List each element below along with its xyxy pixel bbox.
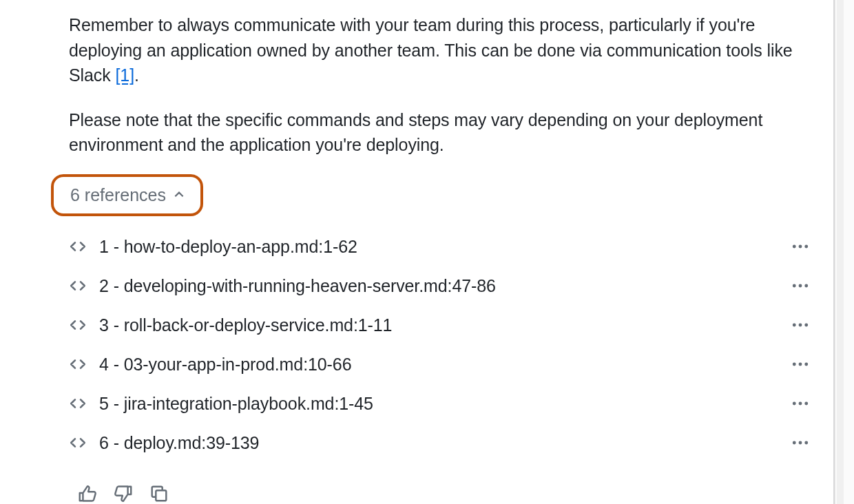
- more-icon[interactable]: [791, 433, 810, 452]
- chat-response-panel: Remember to always communicate with your…: [10, 0, 835, 504]
- reference-item[interactable]: 3 - roll-back-or-deploy-service.md:1-11: [69, 306, 821, 345]
- code-icon: [69, 316, 87, 334]
- references-toggle[interactable]: 6 references: [51, 174, 203, 216]
- feedback-bar: [69, 483, 821, 504]
- more-icon[interactable]: [791, 355, 810, 374]
- references-toggle-label: 6 references: [70, 185, 166, 205]
- more-icon[interactable]: [791, 315, 810, 335]
- reference-label: 5 - jira-integration-playbook.md:1-45: [99, 394, 373, 414]
- reference-item[interactable]: 4 - 03-your-app-in-prod.md:10-66: [69, 345, 821, 384]
- svg-point-6: [793, 324, 796, 327]
- paragraph-text-tail: .: [134, 65, 139, 85]
- svg-point-8: [804, 324, 808, 327]
- paragraph-text: Remember to always communicate with your…: [69, 15, 793, 85]
- copy-icon[interactable]: [149, 483, 169, 504]
- code-icon: [69, 355, 87, 373]
- code-icon: [69, 277, 87, 295]
- scrollbar-track[interactable]: [835, 0, 854, 504]
- svg-point-5: [804, 284, 808, 288]
- svg-point-12: [793, 402, 796, 406]
- svg-point-14: [804, 402, 808, 406]
- thumbs-down-icon[interactable]: [113, 483, 134, 504]
- svg-point-7: [799, 324, 802, 327]
- reference-label: 4 - 03-your-app-in-prod.md:10-66: [99, 355, 351, 375]
- svg-point-0: [793, 245, 796, 249]
- panel-left-edge: [0, 0, 10, 504]
- chevron-up-icon: [173, 189, 185, 201]
- svg-point-2: [804, 245, 808, 249]
- svg-point-9: [793, 363, 796, 366]
- svg-point-16: [799, 441, 802, 445]
- svg-point-4: [799, 284, 802, 288]
- code-icon: [69, 238, 87, 255]
- svg-point-15: [793, 441, 796, 445]
- svg-point-1: [799, 245, 802, 249]
- svg-point-17: [804, 441, 808, 445]
- more-icon[interactable]: [791, 394, 810, 413]
- code-icon: [69, 395, 87, 412]
- citation-link-1[interactable]: [1]: [115, 65, 134, 85]
- thumbs-up-icon[interactable]: [77, 483, 98, 504]
- code-icon: [69, 434, 87, 452]
- response-paragraph-2: Please note that the specific commands a…: [69, 107, 821, 158]
- reference-item[interactable]: 5 - jira-integration-playbook.md:1-45: [69, 384, 821, 423]
- svg-point-10: [799, 363, 802, 366]
- reference-label: 2 - developing-with-running-heaven-serve…: [99, 276, 496, 296]
- reference-label: 3 - roll-back-or-deploy-service.md:1-11: [99, 315, 392, 335]
- scrollbar-gutter: [837, 0, 844, 504]
- more-icon[interactable]: [791, 237, 810, 256]
- svg-rect-18: [156, 490, 166, 501]
- reference-label: 1 - how-to-deploy-an-app.md:1-62: [99, 237, 357, 257]
- reference-item[interactable]: 2 - developing-with-running-heaven-serve…: [69, 266, 821, 306]
- svg-point-11: [804, 363, 808, 366]
- svg-point-13: [799, 402, 802, 406]
- response-paragraph-1: Remember to always communicate with your…: [69, 12, 821, 88]
- reference-label: 6 - deploy.md:39-139: [99, 433, 259, 453]
- reference-item[interactable]: 6 - deploy.md:39-139: [69, 423, 821, 463]
- svg-point-3: [793, 284, 796, 288]
- more-icon[interactable]: [791, 276, 810, 295]
- reference-item[interactable]: 1 - how-to-deploy-an-app.md:1-62: [69, 227, 821, 266]
- reference-list: 1 - how-to-deploy-an-app.md:1-62 2 - dev…: [69, 227, 821, 463]
